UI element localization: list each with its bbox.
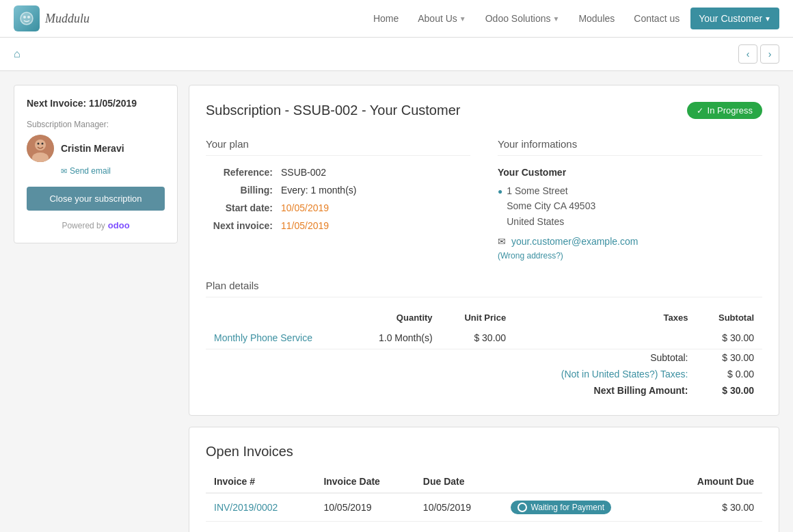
manager-info: Cristin Meravi [27,135,165,162]
plan-table-header: Quantity Unit Price Taxes Subtotal [206,308,762,327]
next-arrow[interactable]: › [760,44,779,64]
plan-details-title: Plan details [206,280,762,297]
check-icon: ✓ [697,106,703,116]
invoice-date: 10/05/2019 [315,493,414,522]
email-row: ✉ your.customer@example.com [498,236,762,247]
invoices-card: Open Invoices Invoice # Invoice Date Due… [189,427,779,532]
brand-logo [14,5,40,31]
main-content: Subscription - SSUB-002 - Your Customer … [189,85,779,532]
subscription-prefix: Subscription - [206,103,293,118]
subscription-title: Subscription - SSUB-002 - Your Customer [206,103,460,118]
taxes-row: (Not in United States?) Taxes: $ 0.00 [206,366,762,382]
waiting-payment-badge: Waiting for Payment [511,501,611,514]
nav-about[interactable]: About Us ▼ [409,8,474,29]
billing-label: Billing: [206,185,281,196]
email-icon: ✉ [61,167,67,176]
avatar [27,135,54,162]
nav-your-customer[interactable]: Your Customer ▼ [690,8,779,29]
item-name: Monthly Phone Service [206,327,351,349]
svg-point-6 [38,143,40,145]
nav-home[interactable]: Home [365,8,407,29]
powered-by: Powered by odoo [27,220,165,230]
waiting-label: Waiting for Payment [530,503,604,512]
next-billing-row: Next Billing Amount: $ 30.00 [206,382,762,399]
your-plan-col: Your plan Reference: SSUB-002 Billing: E… [206,138,470,261]
start-date-label: Start date: [206,202,281,213]
start-date-row: Start date: 10/05/2019 [206,202,470,213]
send-email-link[interactable]: ✉ Send email [61,166,165,176]
next-invoice-label: Next invoice: [206,220,281,231]
nav-odoo-solutions[interactable]: Odoo Solutions ▼ [477,8,568,29]
nav-arrows: ‹ › [738,44,779,64]
invoice-link[interactable]: INV/2019/0002 [214,502,278,513]
taxes-value: $ 0.00 [696,366,762,382]
start-date-value: 10/05/2019 [281,202,329,213]
col-amount-due: Amount Due [662,470,762,493]
home-icon[interactable]: ⌂ [14,48,21,60]
breadcrumb-bar: ⌂ ‹ › [0,38,793,71]
subtotal-label: Subtotal: [514,349,696,367]
subscription-customer: Your Customer [370,103,461,118]
brand-name: Muddulu [45,12,90,26]
subscription-header: Subscription - SSUB-002 - Your Customer … [206,102,762,119]
send-email-label: Send email [70,166,111,176]
brand: Muddulu [14,5,90,31]
due-date: 10/05/2019 [415,493,503,522]
next-billing-label: Next Billing Amount: [514,382,696,399]
address-line2: Some City CA 49503 [507,198,595,213]
item-quantity: 1.0 Month(s) [351,327,440,349]
invoices-title: Open Invoices [206,444,762,460]
col-name [206,308,351,327]
item-subtotal: $ 30.00 [696,327,762,349]
col-due-date: Due Date [415,470,503,493]
subtotal-value: $ 30.00 [696,349,762,367]
prev-arrow[interactable]: ‹ [738,44,757,64]
next-invoice-label: Next Invoice: 11/05/2019 [27,98,165,109]
col-subtotal: Subtotal [696,308,762,327]
address-line3: United States [507,214,595,229]
waiting-circle-icon [518,503,527,512]
invoices-table: Invoice # Invoice Date Due Date Amount D… [206,470,762,522]
plan-details-section: Plan details Quantity Unit Price Taxes S… [206,280,762,399]
email-address[interactable]: your.customer@example.com [511,236,638,247]
reference-value: SSUB-002 [281,167,326,178]
svg-point-2 [27,16,30,18]
address-block: ● 1 Some Street Some City CA 49503 Unite… [498,183,762,229]
invoices-header: Invoice # Invoice Date Due Date Amount D… [206,470,762,493]
about-dropdown-arrow: ▼ [459,15,466,23]
col-status [502,470,662,493]
sidebar: Next Invoice: 11/05/2019 Subscription Ma… [14,85,178,243]
subscription-id: SSUB-002 [293,103,358,118]
navbar-menu: Home About Us ▼ Odoo Solutions ▼ Modules… [365,8,779,29]
invoice-number: INV/2019/0002 [206,493,315,522]
pin-icon: ● [498,185,502,229]
col-unit-price: Unit Price [441,308,515,327]
amount-due: $ 30.00 [662,493,762,522]
next-invoice-value: 11/05/2019 [281,220,329,231]
navbar: Muddulu Home About Us ▼ Odoo Solutions ▼… [0,0,793,38]
item-unit-price: $ 30.00 [441,327,515,349]
col-quantity: Quantity [351,308,440,327]
billing-value: Every: 1 month(s) [281,185,356,196]
col-taxes: Taxes [514,308,696,327]
status-badge: ✓ In Progress [687,102,762,119]
reference-row: Reference: SSUB-002 [206,167,470,178]
col-invoice-num: Invoice # [206,470,315,493]
reference-label: Reference: [206,167,281,178]
close-subscription-button[interactable]: Close your subscription [27,187,165,211]
info-columns: Your plan Reference: SSUB-002 Billing: E… [206,138,762,261]
mail-icon: ✉ [498,236,506,247]
address-line1: 1 Some Street [507,183,595,198]
address-text: 1 Some Street Some City CA 49503 United … [507,183,595,229]
billing-row: Billing: Every: 1 month(s) [206,185,470,196]
wrong-address-link[interactable]: (Wrong address?) [498,251,762,261]
plan-item-row: Monthly Phone Service 1.0 Month(s) $ 30.… [206,327,762,349]
manager-name: Cristin Meravi [61,143,124,154]
nav-modules[interactable]: Modules [570,8,623,29]
next-invoice-row: Next invoice: 11/05/2019 [206,220,470,231]
manager-label: Subscription Manager: [27,120,165,129]
svg-point-7 [42,143,44,145]
taxes-label: (Not in United States?) Taxes: [514,366,696,382]
nav-contact[interactable]: Contact us [626,8,688,29]
odoo-dropdown-arrow: ▼ [552,15,559,23]
